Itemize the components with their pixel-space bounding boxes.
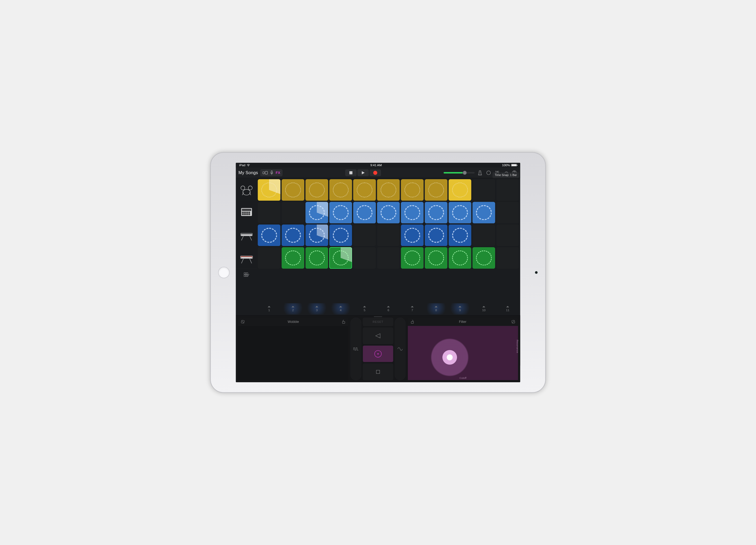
- loop-cell-empty[interactable]: [282, 202, 304, 223]
- loop-cell[interactable]: [425, 179, 447, 201]
- browser-view-icon[interactable]: [262, 171, 268, 175]
- loop-cell[interactable]: [305, 247, 328, 269]
- loop-icon[interactable]: [485, 169, 492, 176]
- lock-open-icon[interactable]: [342, 320, 345, 324]
- fx-button[interactable]: FX: [276, 171, 280, 175]
- loop-cell[interactable]: [425, 225, 447, 246]
- loop-cell[interactable]: [282, 225, 304, 246]
- reset-button[interactable]: RESET: [363, 318, 393, 326]
- home-button[interactable]: [218, 267, 230, 278]
- loop-cell-empty[interactable]: [258, 247, 280, 269]
- svg-rect-41: [512, 320, 515, 324]
- loop-cell[interactable]: [282, 247, 304, 269]
- loop-cell-empty[interactable]: [472, 179, 495, 201]
- loop-cell[interactable]: [449, 202, 471, 223]
- my-songs-button[interactable]: My Songs: [239, 170, 258, 175]
- loop-cell[interactable]: [449, 225, 471, 246]
- waveform-ring-icon: [309, 205, 325, 220]
- loop-cell[interactable]: [449, 247, 471, 269]
- stop-fx-button[interactable]: [363, 363, 393, 380]
- loop-cell[interactable]: [353, 179, 376, 201]
- randomize-icon[interactable]: [511, 320, 515, 324]
- loop-cell[interactable]: [282, 179, 304, 201]
- track-synth[interactable]: [236, 246, 257, 269]
- column-trigger[interactable]: 6: [377, 303, 400, 314]
- chevron-up-icon: [435, 306, 438, 307]
- loop-cell[interactable]: [401, 202, 424, 223]
- column-trigger[interactable]: 10: [472, 303, 495, 314]
- scratch-button[interactable]: [363, 345, 393, 362]
- waveform-ring-icon: [404, 228, 420, 243]
- loop-cell[interactable]: [305, 225, 328, 246]
- loop-cell[interactable]: [329, 179, 352, 201]
- loop-cell[interactable]: [353, 202, 376, 223]
- track-keys[interactable]: [236, 223, 257, 246]
- drag-handle-icon[interactable]: [374, 316, 382, 317]
- loop-cell[interactable]: [329, 247, 352, 269]
- loop-cell-empty[interactable]: [472, 225, 495, 246]
- loop-cell[interactable]: [329, 202, 352, 223]
- lock-open-icon[interactable]: [410, 320, 414, 324]
- grid-row: [258, 179, 519, 201]
- column-trigger[interactable]: 5: [353, 303, 376, 314]
- loop-cell-empty[interactable]: [377, 247, 400, 269]
- loop-cell-empty[interactable]: [496, 202, 519, 223]
- fx-pad-right: Filter Resonance Cutoff: [408, 318, 518, 380]
- loop-cell[interactable]: [449, 179, 471, 201]
- waveform-ring-icon: [333, 182, 349, 197]
- track-sampler[interactable]: [236, 201, 257, 223]
- column-trigger[interactable]: 4: [329, 303, 352, 314]
- svg-marker-38: [376, 334, 380, 338]
- track-drums[interactable]: [236, 178, 257, 201]
- column-trigger[interactable]: 9: [449, 303, 471, 314]
- fx-xy-left[interactable]: [238, 326, 348, 380]
- randomize-icon[interactable]: [241, 320, 245, 324]
- loop-cell-empty[interactable]: [377, 225, 400, 246]
- record-button[interactable]: [370, 169, 381, 176]
- volume-slider[interactable]: [444, 172, 475, 173]
- play-button[interactable]: [357, 169, 369, 176]
- loop-cell[interactable]: [377, 179, 400, 201]
- loop-cell[interactable]: [258, 179, 280, 201]
- loop-cell[interactable]: [401, 179, 424, 201]
- column-trigger[interactable]: 11: [496, 303, 519, 314]
- loop-cell[interactable]: [329, 225, 352, 246]
- loop-cell-empty[interactable]: [353, 225, 376, 246]
- time-snap-label[interactable]: Time Snap: 1 Bar: [493, 172, 519, 178]
- column-trigger[interactable]: 8: [425, 303, 447, 314]
- svg-rect-30: [244, 273, 246, 274]
- loop-cell[interactable]: [472, 202, 495, 223]
- svg-point-0: [248, 166, 249, 167]
- column-trigger[interactable]: 2: [282, 303, 304, 314]
- loop-cell[interactable]: [377, 202, 400, 223]
- loop-cell[interactable]: [401, 225, 424, 246]
- column-trigger[interactable]: 1: [258, 303, 280, 314]
- loop-cell-empty[interactable]: [496, 179, 519, 201]
- loop-cell[interactable]: [425, 202, 447, 223]
- column-trigger[interactable]: 3: [305, 303, 328, 314]
- waveform-ring-icon: [404, 182, 420, 197]
- loop-cell[interactable]: [305, 179, 328, 201]
- loop-cell-empty[interactable]: [496, 247, 519, 269]
- chevron-up-icon: [387, 306, 390, 307]
- touch-strip-sine[interactable]: [395, 318, 406, 380]
- loop-cell[interactable]: [425, 247, 447, 269]
- column-triggers: 1234567891011: [257, 302, 520, 316]
- loop-cell-empty[interactable]: [496, 225, 519, 246]
- stop-button[interactable]: [345, 169, 357, 176]
- touch-strip-square[interactable]: [351, 318, 362, 380]
- column-trigger[interactable]: 7: [401, 303, 424, 314]
- loop-cell-empty[interactable]: [258, 202, 280, 223]
- loop-cell[interactable]: [472, 247, 495, 269]
- waveform-ring-icon: [404, 205, 420, 220]
- loop-cell[interactable]: [401, 247, 424, 269]
- fx-xy-right[interactable]: Resonance Cutoff: [408, 326, 518, 380]
- loop-cell-empty[interactable]: [353, 247, 376, 269]
- reverse-button[interactable]: [363, 327, 393, 344]
- grid-edit-icon[interactable]: [236, 269, 257, 282]
- loop-cell[interactable]: [258, 225, 280, 246]
- metronome-icon[interactable]: [477, 169, 483, 176]
- column-number: 10: [482, 308, 486, 312]
- microphone-icon[interactable]: [270, 170, 273, 175]
- loop-cell[interactable]: [305, 202, 328, 223]
